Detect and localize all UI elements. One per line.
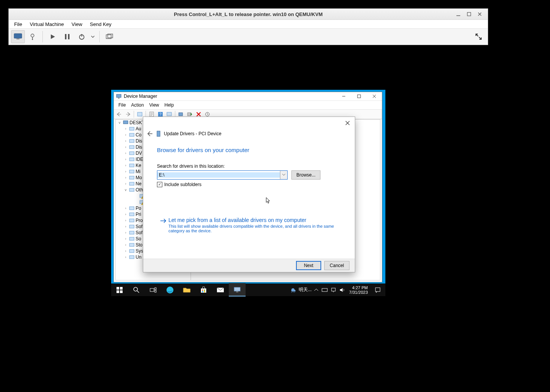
browse-button[interactable]: Browse... xyxy=(291,170,320,180)
devmgr-menu-help[interactable]: Help xyxy=(162,102,176,108)
svg-rect-45 xyxy=(129,256,134,259)
clock-date: 7/31/2023 xyxy=(349,290,368,295)
tree-item-label: Ne xyxy=(136,181,141,186)
device-category-icon xyxy=(129,126,135,132)
guest-desktop: Device Manager File Action View Help ? xyxy=(111,90,385,296)
svg-rect-43 xyxy=(129,243,134,246)
expand-icon: › xyxy=(123,255,128,259)
tree-item-label: Au xyxy=(136,126,141,131)
clock[interactable]: 4:27 PM 7/31/2023 xyxy=(347,285,370,295)
search-location-value[interactable]: E:\ xyxy=(157,172,280,178)
shutdown-button[interactable] xyxy=(75,30,89,43)
action-center-icon[interactable] xyxy=(372,287,383,293)
tray-chevron-icon[interactable] xyxy=(314,288,319,292)
maximize-button[interactable] xyxy=(466,11,472,17)
device-category-icon xyxy=(129,168,135,175)
maximize-button[interactable] xyxy=(351,92,367,100)
weather-widget[interactable]: 明天... xyxy=(290,287,312,293)
device-category-icon xyxy=(129,150,135,156)
expand-icon: › xyxy=(123,206,128,210)
device-manager-taskbar-button[interactable] xyxy=(229,283,246,296)
taskbar-right: 明天... 4:27 PM 7/31/2023 xyxy=(290,283,385,296)
keyboard-icon[interactable] xyxy=(322,288,328,292)
svg-rect-32 xyxy=(129,188,134,191)
device-category-icon xyxy=(129,138,135,144)
run-button[interactable] xyxy=(46,30,60,43)
fullscreen-button[interactable] xyxy=(472,30,485,43)
device-manager-title: Device Manager xyxy=(124,94,157,99)
vm-menubar: File Virtual Machine View Send Key xyxy=(9,20,488,29)
device-category-icon xyxy=(129,156,135,162)
system-tray xyxy=(314,287,345,293)
devmgr-menu-view[interactable]: View xyxy=(147,102,162,108)
volume-icon[interactable] xyxy=(339,287,345,293)
svg-rect-54 xyxy=(155,290,156,292)
expand-icon: › xyxy=(123,139,128,143)
next-button[interactable]: Next xyxy=(296,261,321,270)
close-button[interactable] xyxy=(367,92,382,100)
minimize-button[interactable] xyxy=(456,11,461,17)
close-button[interactable] xyxy=(477,11,482,17)
svg-rect-66 xyxy=(375,288,380,292)
file-explorer-button[interactable] xyxy=(178,283,195,296)
device-category-icon xyxy=(129,144,135,150)
vm-window-controls xyxy=(456,9,486,19)
minimize-button[interactable] xyxy=(336,92,351,100)
shutdown-dropdown[interactable] xyxy=(89,30,96,43)
start-button[interactable] xyxy=(111,283,128,296)
expand-icon: › xyxy=(123,182,128,186)
back-button[interactable] xyxy=(147,131,153,136)
device-category-icon xyxy=(129,230,135,236)
svg-rect-5 xyxy=(65,34,66,39)
search-location-label: Search for drivers in this location: xyxy=(157,164,225,169)
forward-button[interactable] xyxy=(124,110,132,118)
vm-title: Press Control_L+Alt_L to release pointer… xyxy=(174,11,323,17)
separator xyxy=(42,31,43,42)
svg-rect-23 xyxy=(129,133,134,136)
details-button[interactable] xyxy=(26,30,39,43)
svg-rect-50 xyxy=(120,290,123,293)
console-button[interactable] xyxy=(11,30,25,43)
mail-button[interactable] xyxy=(212,283,229,296)
tree-item-label: Dis xyxy=(136,144,142,150)
task-view-button[interactable] xyxy=(145,283,162,296)
include-subfolders-checkbox[interactable]: ✓ Include subfolders xyxy=(157,182,201,187)
clock-time: 4:27 PM xyxy=(349,285,368,290)
tree-item-label: Co xyxy=(136,132,141,138)
svg-rect-24 xyxy=(129,139,134,143)
svg-rect-41 xyxy=(129,231,134,234)
svg-rect-18 xyxy=(179,113,183,116)
svg-point-55 xyxy=(167,287,173,293)
search-location-combo[interactable]: E:\ xyxy=(157,170,288,180)
device-manager-titlebar[interactable]: Device Manager xyxy=(114,92,382,101)
svg-rect-57 xyxy=(202,290,203,291)
svg-rect-28 xyxy=(129,164,134,167)
expand-icon: › xyxy=(123,243,128,247)
svg-rect-65 xyxy=(332,288,335,291)
device-category-icon xyxy=(129,211,135,217)
tree-item-label: Un xyxy=(136,254,141,260)
svg-rect-56 xyxy=(201,288,206,293)
search-button[interactable] xyxy=(128,283,145,296)
store-button[interactable] xyxy=(195,283,212,296)
devmgr-menu-action[interactable]: Action xyxy=(129,102,146,108)
close-button[interactable] xyxy=(342,118,353,128)
snapshots-button[interactable] xyxy=(103,30,116,43)
show-hidden-button[interactable] xyxy=(136,110,144,118)
svg-rect-48 xyxy=(120,287,123,290)
vm-menu-file[interactable]: File xyxy=(11,21,25,28)
back-button[interactable] xyxy=(115,110,123,118)
expand-icon: › xyxy=(123,133,128,137)
devmgr-menu-file[interactable]: File xyxy=(116,102,128,108)
vm-menu-send-key[interactable]: Send Key xyxy=(87,21,114,28)
edge-button[interactable] xyxy=(162,283,178,296)
let-me-pick-option[interactable]: Let me pick from a list of available dri… xyxy=(160,217,336,233)
tree-item-label: Ke xyxy=(136,163,141,168)
cancel-button[interactable]: Cancel xyxy=(324,261,349,270)
vm-menu-virtual-machine[interactable]: Virtual Machine xyxy=(27,21,67,28)
network-icon[interactable] xyxy=(331,287,336,293)
vm-menu-view[interactable]: View xyxy=(68,21,85,28)
dropdown-button[interactable] xyxy=(280,171,287,179)
svg-rect-38 xyxy=(129,213,134,216)
pause-button[interactable] xyxy=(60,30,74,43)
